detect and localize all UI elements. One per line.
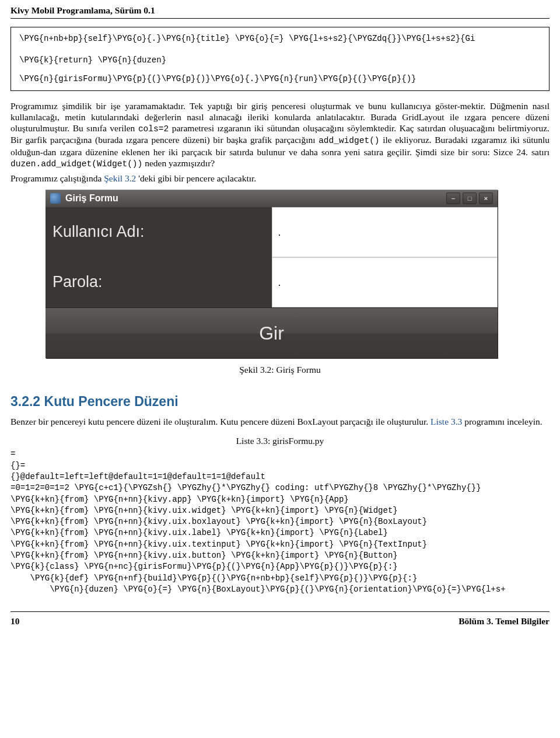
code-line: \PYG{k+kn}{from} \PYG{n+nn}{kivy.app} \P… <box>10 494 550 505</box>
input-password[interactable]: . <box>272 257 498 307</box>
code-line: \PYG{k}{def} \PYG{n+nf}{build}\PYG{p}{(}… <box>10 573 550 584</box>
maximize-button[interactable]: □ <box>463 193 477 204</box>
window-titlebar: Giriş Formu – □ × <box>46 190 498 207</box>
inline-code: duzen.add_widget(Widget()) <box>10 159 142 169</box>
code-line: =0=1=2=0=1=2 \PYG{c+c1}{\PYGZsh{} \PYGZh… <box>10 482 550 494</box>
body-paragraph: Programımız şimdilik bir işe yaramamakta… <box>10 100 550 170</box>
code-line: \PYG{n}{girisFormu}\PYG{p}{(}\PYG{p}{)}\… <box>19 72 541 85</box>
submit-button[interactable]: Gir <box>46 307 498 358</box>
code-line: \PYG{k+kn}{from} \PYG{n+nn}{kivy.uix.box… <box>10 516 550 527</box>
input-username[interactable]: . <box>272 207 498 257</box>
inline-code: add_widget() <box>318 136 379 145</box>
body-paragraph: Programımız çalıştığında Şekil 3.2 'deki… <box>10 173 550 184</box>
body-paragraph: Benzer bir pencereyi kutu pencere düzeni… <box>10 416 550 427</box>
minimize-button[interactable]: – <box>446 193 460 204</box>
section-heading: 3.2.2 Kutu Pencere Düzeni <box>10 393 550 410</box>
listing-caption: Liste 3.3: girisFormu.py <box>10 435 550 446</box>
doc-header: Kivy Mobil Programlama, Sürüm 0.1 <box>10 2 550 17</box>
code-line: \PYG{k}{class} \PYG{n+nc}{girisFormu}\PY… <box>10 561 550 572</box>
label-password: Parola: <box>46 257 272 306</box>
label-username: Kullanıcı Adı: <box>46 207 272 256</box>
window-title: Giriş Formu <box>65 193 444 204</box>
app-icon <box>50 193 61 204</box>
code-listing: = {}= {}@default=left=left@default=1=1@d… <box>10 449 550 595</box>
code-box-top: \PYG{n+nb+bp}{self}\PYG{o}{.}\PYG{n}{tit… <box>10 27 550 90</box>
code-line: \PYG{k+kn}{from} \PYG{n+nn}{kivy.uix.but… <box>10 550 550 561</box>
figure-screenshot: Giriş Formu – □ × Kullanıcı Adı: . Parol… <box>10 190 550 358</box>
code-line: \PYG{n}{duzen} \PYG{o}{=} \PYG{n}{BoxLay… <box>10 584 550 595</box>
code-line: \PYG{n+nb+bp}{self}\PYG{o}{.}\PYG{n}{tit… <box>19 32 541 45</box>
code-line: \PYG{k+kn}{from} \PYG{n+nn}{kivy.uix.tex… <box>10 539 550 550</box>
code-line: \PYG{k+kn}{from} \PYG{n+nn}{kivy.uix.wid… <box>10 505 550 516</box>
code-line: {}= <box>10 460 550 471</box>
code-line: \PYG{k}{return} \PYG{n}{duzen} <box>19 54 541 67</box>
page-number: 10 <box>10 615 20 627</box>
app-window: Giriş Formu – □ × Kullanıcı Adı: . Parol… <box>46 190 498 358</box>
figure-caption: Şekil 3.2: Giriş Formu <box>10 364 550 375</box>
code-line: \PYG{k+kn}{from} \PYG{n+nn}{kivy.uix.lab… <box>10 527 550 538</box>
page-footer: 10 Bölüm 3. Temel Bilgiler <box>10 611 550 631</box>
code-line: = <box>10 449 550 460</box>
chapter-label: Bölüm 3. Temel Bilgiler <box>459 615 550 627</box>
header-rule <box>10 18 550 19</box>
listing-reference-link[interactable]: Liste 3.3 <box>430 417 462 426</box>
inline-code: cols=2 <box>138 124 169 134</box>
close-button[interactable]: × <box>479 193 493 204</box>
code-line: {}@default=left=left@default=1=1@default… <box>10 471 550 482</box>
figure-reference-link[interactable]: Şekil 3.2 <box>104 173 136 183</box>
